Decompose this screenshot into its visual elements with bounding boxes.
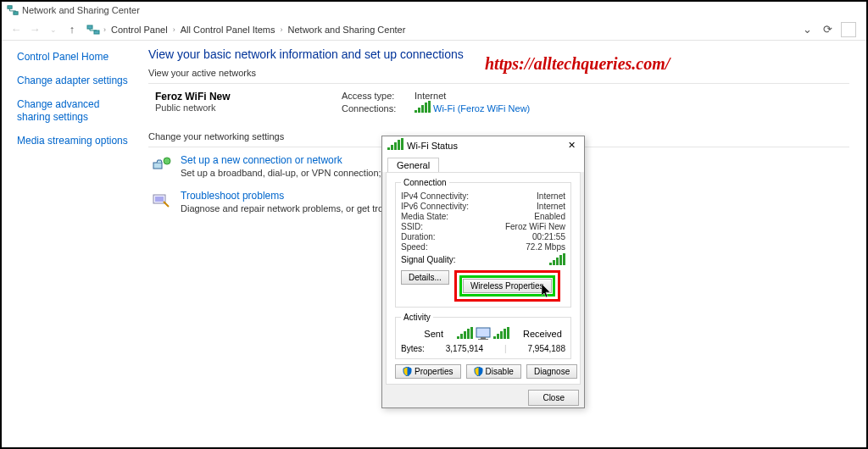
activity-group: Activity Sent Received Bytes: 3,175,914 … xyxy=(395,313,571,359)
setup-connection-icon xyxy=(152,156,172,173)
media-value: Enabled xyxy=(534,212,565,221)
speed-label: Speed: xyxy=(401,242,428,252)
ipv4-value: Internet xyxy=(537,191,565,201)
wireless-properties-button[interactable]: Wireless Properties xyxy=(463,279,552,293)
bytes-sent: 3,175,914 xyxy=(446,344,484,353)
connections-label: Connections: xyxy=(342,103,403,114)
up-button[interactable]: ↑ xyxy=(64,22,80,37)
received-label: Received xyxy=(523,329,565,339)
svg-rect-7 xyxy=(155,197,164,202)
forward-button[interactable]: → xyxy=(27,22,42,37)
details-button[interactable]: Details... xyxy=(401,270,449,285)
chevron-icon: › xyxy=(279,25,285,34)
sidebar: Control Panel Home Change adapter settin… xyxy=(2,41,142,447)
close-button[interactable]: Close xyxy=(528,390,579,406)
svg-rect-0 xyxy=(8,6,12,9)
signal-bars-icon xyxy=(415,104,431,113)
svg-rect-2 xyxy=(87,25,92,29)
network-sharing-icon xyxy=(86,23,100,36)
shield-icon xyxy=(403,367,412,376)
properties-button[interactable]: Properties xyxy=(395,364,461,379)
ipv4-label: IPv4 Connectivity: xyxy=(401,191,469,201)
disable-button[interactable]: Disable xyxy=(466,364,521,379)
duration-label: Duration: xyxy=(401,232,436,241)
access-type-value: Internet xyxy=(415,91,446,101)
search-box[interactable] xyxy=(841,22,856,37)
chevron-icon: › xyxy=(171,25,177,34)
wifi-connection-text: Wi-Fi (Feroz WiFi New) xyxy=(433,103,530,114)
sent-label: Sent xyxy=(401,329,443,339)
back-button[interactable]: ← xyxy=(8,22,24,37)
breadcrumb-item: Network and Sharing Center xyxy=(287,23,408,36)
recent-dropdown[interactable]: ⌄ xyxy=(46,22,61,37)
toolbar: ← → ⌄ ↑ › Control Panel › All Control Pa… xyxy=(2,19,866,41)
bytes-label: Bytes: xyxy=(401,344,425,353)
wifi-status-dialog: Wi-Fi Status ✕ General Connection IPv4 C… xyxy=(381,136,585,408)
svg-rect-8 xyxy=(476,328,490,337)
wifi-connection-link[interactable]: Wi-Fi (Feroz WiFi New) xyxy=(415,103,530,114)
highlight-green-box: Wireless Properties xyxy=(459,275,555,297)
access-type-label: Access type: xyxy=(342,91,403,101)
refresh-icon[interactable]: ⟳ xyxy=(821,23,834,36)
breadcrumb-item[interactable]: Control Panel xyxy=(109,23,170,36)
window-titlebar: Network and Sharing Center xyxy=(2,2,866,19)
monitor-icon xyxy=(475,327,492,341)
tab-general[interactable]: General xyxy=(387,158,439,172)
svg-rect-4 xyxy=(153,163,162,169)
svg-point-5 xyxy=(164,158,170,164)
activity-legend: Activity xyxy=(401,313,433,322)
dropdown-icon[interactable]: ⌄ xyxy=(800,23,814,36)
address-bar[interactable]: › Control Panel › All Control Panel Item… xyxy=(86,23,797,36)
activity-graphic xyxy=(457,327,509,341)
network-name: Feroz WiFi New xyxy=(155,91,291,103)
connection-group: Connection IPv4 Connectivity:Internet IP… xyxy=(395,178,571,308)
speed-value: 72.2 Mbps xyxy=(526,242,565,252)
bytes-received: 7,954,188 xyxy=(527,344,565,353)
shield-icon xyxy=(474,367,483,376)
sidebar-link-adapter[interactable]: Change adapter settings xyxy=(17,75,133,88)
properties-label: Properties xyxy=(415,367,453,376)
connection-legend: Connection xyxy=(401,178,449,187)
sidebar-link-media[interactable]: Media streaming options xyxy=(17,135,133,148)
dialog-title: Wi-Fi Status xyxy=(407,141,458,151)
ssid-label: SSID: xyxy=(401,222,423,231)
troubleshoot-icon xyxy=(152,191,172,208)
network-type: Public network xyxy=(155,103,291,113)
signal-bars-icon xyxy=(549,253,565,265)
ssid-value: Feroz WiFi New xyxy=(505,222,565,231)
signal-label: Signal Quality: xyxy=(401,255,455,264)
highlight-red-box: Wireless Properties xyxy=(454,270,560,302)
window-title: Network and Sharing Center xyxy=(22,5,140,15)
dialog-titlebar: Wi-Fi Status ✕ xyxy=(382,136,584,154)
svg-rect-1 xyxy=(14,12,18,15)
ipv6-value: Internet xyxy=(537,202,565,211)
sidebar-link-sharing[interactable]: Change advanced sharing settings xyxy=(17,98,133,125)
close-button[interactable]: ✕ xyxy=(565,140,579,151)
svg-rect-3 xyxy=(94,30,99,34)
svg-rect-9 xyxy=(481,337,486,339)
sidebar-home[interactable]: Control Panel Home xyxy=(17,51,133,63)
network-icon xyxy=(7,4,19,16)
watermark-url: https://alltechqueries.com/ xyxy=(485,54,670,74)
duration-value: 00:21:55 xyxy=(532,232,565,241)
svg-rect-10 xyxy=(478,339,488,340)
diagnose-button[interactable]: Diagnose xyxy=(526,364,577,379)
disable-label: Disable xyxy=(486,367,514,376)
chevron-icon: › xyxy=(102,25,108,34)
breadcrumb-item[interactable]: All Control Panel Items xyxy=(179,23,277,36)
media-label: Media State: xyxy=(401,212,448,221)
signal-bars-icon xyxy=(387,141,403,150)
ipv6-label: IPv6 Connectivity: xyxy=(401,202,469,211)
